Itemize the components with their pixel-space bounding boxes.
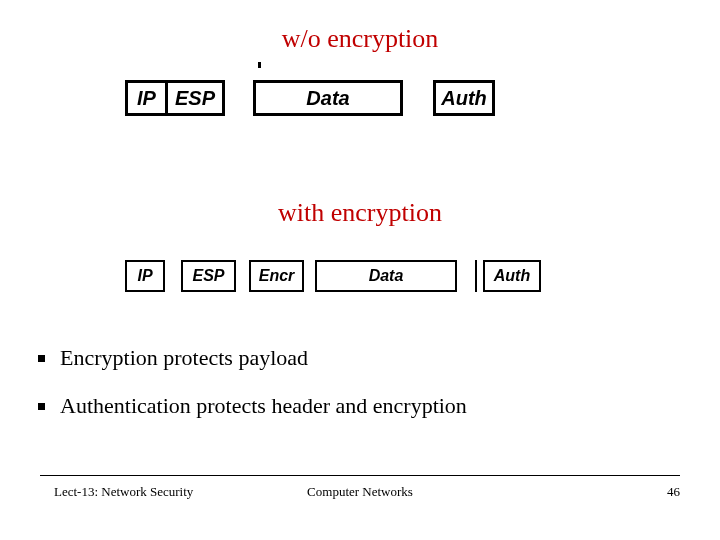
tick-mark (258, 62, 261, 68)
field-data: Data (253, 80, 403, 116)
heading-with-encryption: with encryption (0, 198, 720, 228)
field-esp: ESP (181, 260, 236, 292)
footer-right: 46 (667, 484, 680, 500)
field-esp: ESP (165, 80, 225, 116)
bullet-list: Encryption protects payload Authenticati… (38, 343, 678, 438)
field-data: Data (315, 260, 457, 292)
footer-center: Computer Networks (0, 484, 720, 500)
field-auth: Auth (433, 80, 495, 116)
bullet-item: Encryption protects payload (38, 343, 678, 373)
footer-rule (40, 475, 680, 476)
field-ip: IP (125, 260, 165, 292)
field-encr: Encr (249, 260, 304, 292)
bullet-item: Authentication protects header and encry… (38, 391, 678, 421)
heading-without-encryption: w/o encryption (0, 24, 720, 54)
field-ip: IP (125, 80, 165, 116)
separator (475, 260, 477, 292)
field-auth: Auth (483, 260, 541, 292)
